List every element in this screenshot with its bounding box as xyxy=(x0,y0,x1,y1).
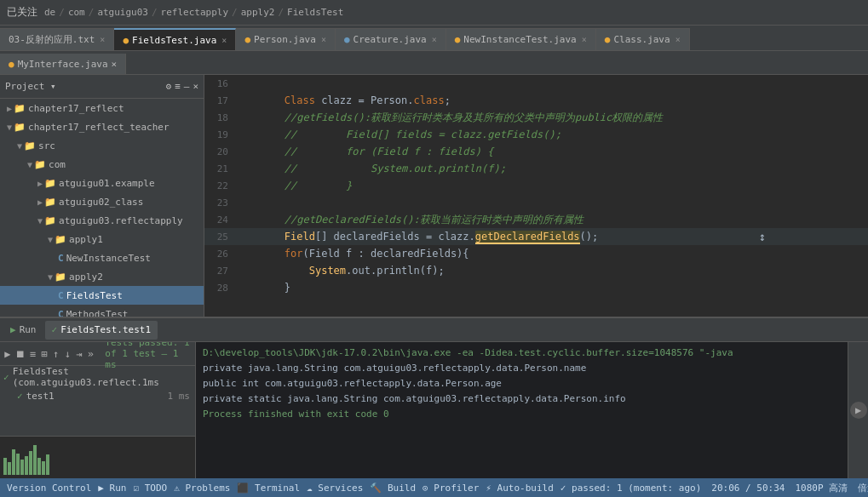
tab-creature[interactable]: ● Creature.java × xyxy=(336,28,446,50)
folder-icon: 📁 xyxy=(14,122,26,133)
tab-run[interactable]: ▶ Run xyxy=(3,321,43,340)
file-c-icon: C xyxy=(58,309,64,317)
close-icon[interactable]: × xyxy=(432,35,437,44)
output-line-3: private static java.lang.String com.atgu… xyxy=(203,391,841,407)
code-line-22: 22 // } xyxy=(204,177,868,194)
sidebar: Project ▾ ⚙ ≡ – × ▶ 📁 chapter17_reflect … xyxy=(0,75,204,317)
close-icon[interactable]: × xyxy=(112,59,118,70)
bc-com: com xyxy=(68,7,85,18)
editor-tabs: 03-反射的应用.txt × ● FieldsTest.java × ● Per… xyxy=(0,26,868,51)
tab-fieldstest-run-label: FieldsTest.test1 xyxy=(60,324,151,335)
tab-myinterface-label: MyInterface.java xyxy=(18,59,108,70)
tab-txt-label: 03-反射的应用.txt xyxy=(9,33,95,46)
tree-item-atguigu03[interactable]: ▼ 📁 atguigu03.reflectapply xyxy=(0,211,204,230)
tab-fieldstest[interactable]: ● FieldsTest.java × xyxy=(114,28,236,50)
tree-item-methodstest[interactable]: C MethodsTest xyxy=(0,305,204,317)
code-editor[interactable]: 16 17 Class clazz = Person.class; 18 //g… xyxy=(204,75,868,317)
code-line-24: 24 //getDeclaredFields():获取当前运行时类中声明的所有属… xyxy=(204,211,868,228)
tree-item-atguigu02[interactable]: ▶ 📁 atguigu02_class xyxy=(0,192,204,211)
sidebar-title: Project ▾ xyxy=(5,81,56,92)
tree-item-chapter17[interactable]: ▶ 📁 chapter17_reflect xyxy=(0,99,204,117)
close-sidebar-icon[interactable]: × xyxy=(193,81,198,92)
folder-icon: 📁 xyxy=(24,140,36,151)
folder-icon: 📁 xyxy=(14,103,26,114)
bc-fieldstest: FieldsTest xyxy=(287,7,343,18)
rerun-button[interactable]: ▶ xyxy=(3,346,12,363)
code-line-21: 21 // System.out.println(f); xyxy=(204,160,868,177)
version-control-tab[interactable]: Version Control xyxy=(7,483,91,494)
tree-item-atguigu01[interactable]: ▶ 📁 atguigu01.example xyxy=(0,174,204,192)
tab-myinterface[interactable]: ● MyInterface.java × xyxy=(0,54,126,74)
scroll-button[interactable]: ▶ xyxy=(850,402,867,419)
autobuild-tab[interactable]: ⚡ Auto-build xyxy=(486,483,553,494)
collapse-icon[interactable]: – xyxy=(184,81,190,92)
folder-icon: 📁 xyxy=(55,234,66,245)
code-line-27: 27 System.out.println(f); xyxy=(204,262,868,279)
java-icon: ● xyxy=(123,35,129,46)
tree-item-src[interactable]: ▼ 📁 src xyxy=(0,136,204,155)
tab-person[interactable]: ● Person.java × xyxy=(236,28,336,50)
tree-item-com[interactable]: ▼ 📁 com xyxy=(0,155,204,174)
test-tree: ✓ FieldsTest (com.atguigu03.reflect.1ms … xyxy=(0,366,195,436)
chart-bar xyxy=(46,454,49,475)
test-item-test1[interactable]: ✓ test1 1 ms xyxy=(0,386,195,405)
close-icon[interactable]: × xyxy=(221,36,227,45)
tab-fieldstest-run[interactable]: ✓ FieldsTest.test1 xyxy=(45,321,158,340)
bc-apply2: apply2 xyxy=(241,7,275,18)
speed-display: 倍速 xyxy=(858,482,868,494)
filter-button[interactable]: ⊞ xyxy=(40,346,49,363)
java-icon: ● xyxy=(344,34,350,45)
close-icon[interactable]: × xyxy=(675,35,681,44)
up-button[interactable]: ↑ xyxy=(52,346,60,363)
main-area: Project ▾ ⚙ ≡ – × ▶ 📁 chapter17_reflect … xyxy=(0,75,868,317)
more-button[interactable]: » xyxy=(87,346,95,363)
problems-tab[interactable]: ⚠ Problems xyxy=(174,483,230,494)
down-button[interactable]: ↓ xyxy=(63,346,72,363)
todo-tab[interactable]: ☑ TODO xyxy=(133,483,167,494)
tab-txt[interactable]: 03-反射的应用.txt × xyxy=(0,28,114,50)
gear-icon[interactable]: ⚙ xyxy=(166,81,172,92)
chart-bar xyxy=(37,458,41,475)
close-icon[interactable]: × xyxy=(582,35,587,44)
arrow-icon: ▼ xyxy=(48,235,53,244)
tree-item-apply1[interactable]: ▼ 📁 apply1 xyxy=(0,230,204,248)
code-line-18: 18 //getFields():获取到运行时类本身及其所有的父类中声明为pub… xyxy=(204,109,868,126)
already-follow-label: 已关注 xyxy=(7,5,37,20)
tree-item-chapter17-teacher[interactable]: ▼ 📁 chapter17_reflect_teacher xyxy=(0,117,204,136)
chart-bar xyxy=(8,462,11,475)
chart-bar xyxy=(20,460,24,475)
test-item-fieldstest[interactable]: ✓ FieldsTest (com.atguigu03.reflect.1ms xyxy=(0,368,195,386)
breadcrumb: de / com / atguigu03 / reflectapply / ap… xyxy=(44,7,343,18)
tab-newinstance[interactable]: ● NewInstanceTest.java × xyxy=(446,28,596,50)
expand-icon[interactable]: ≡ xyxy=(175,81,181,92)
folder-icon: 📁 xyxy=(44,215,56,226)
terminal-tab[interactable]: ⬛ Terminal xyxy=(237,483,300,494)
arrow-icon: ▶ xyxy=(37,179,43,188)
code-line-19: 19 // Field[] fields = clazz.getFields()… xyxy=(204,126,868,143)
arrow-icon: ▼ xyxy=(27,160,32,169)
list-button[interactable]: ≡ xyxy=(29,346,37,363)
tab-class-label: Class.java xyxy=(613,34,670,45)
tab-creature-label: Creature.java xyxy=(354,34,427,45)
file-c-icon: C xyxy=(58,253,64,264)
stop-button[interactable]: ⏹ xyxy=(15,346,26,363)
services-tab[interactable]: ☁ Services xyxy=(307,483,363,494)
run-tab[interactable]: ▶ Run xyxy=(98,483,126,494)
arrow-icon: ▼ xyxy=(48,272,53,282)
code-line-25: 25 Field[] declaredFields = clazz.getDec… xyxy=(204,228,868,245)
close-icon[interactable]: × xyxy=(100,35,105,44)
tree-item-fieldstest[interactable]: C FieldsTest xyxy=(0,286,204,305)
test-item-label: FieldsTest (com.atguigu03.reflect.1ms xyxy=(13,366,195,388)
close-icon[interactable]: × xyxy=(321,35,326,44)
settings-button[interactable]: ⇥ xyxy=(75,346,83,363)
tab-person-label: Person.java xyxy=(254,34,316,45)
status-bar: Version Control ▶ Run ☑ TODO ⚠ Problems … xyxy=(0,478,868,497)
tab-class[interactable]: ● Class.java × xyxy=(596,28,690,50)
build-tab[interactable]: 🔨 Build xyxy=(370,483,416,494)
time-display: 20:06 / 50:34 xyxy=(711,483,785,494)
profiler-tab[interactable]: ⊙ Profiler xyxy=(423,483,479,494)
code-lines: 16 17 Class clazz = Person.class; 18 //g… xyxy=(204,75,868,296)
chart-bar xyxy=(3,458,7,475)
tree-item-apply2[interactable]: ▼ 📁 apply2 xyxy=(0,267,204,286)
tree-item-newinstancetest[interactable]: C NewInstanceTest xyxy=(0,248,204,267)
